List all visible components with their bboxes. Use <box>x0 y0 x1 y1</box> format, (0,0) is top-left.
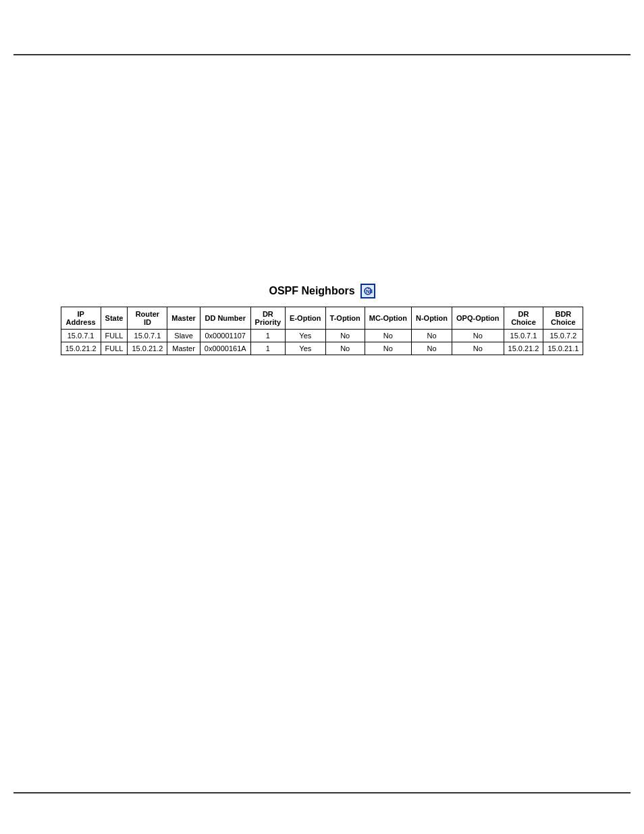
table-header-row: IPAddress State RouterID Master DD Numbe… <box>61 307 583 330</box>
cell-dr_choice: 15.0.21.2 <box>504 342 543 355</box>
ospf-neighbors-table: IPAddress State RouterID Master DD Numbe… <box>61 307 584 355</box>
cell-master: Master <box>167 342 200 355</box>
top-rule <box>14 54 630 55</box>
table-row: 15.0.7.1FULL15.0.7.1Slave0x000011071YesN… <box>61 330 583 342</box>
section-header: OSPF Neighbors NET <box>14 284 630 298</box>
cell-mc_option: No <box>365 342 411 355</box>
cell-n_option: No <box>411 342 452 355</box>
col-e-option: E-Option <box>286 307 325 330</box>
cell-dr_priority: 1 <box>250 342 286 355</box>
ospf-neighbors-table-container: IPAddress State RouterID Master DD Numbe… <box>61 307 584 355</box>
col-ip-address: IPAddress <box>61 307 101 330</box>
cell-n_option: No <box>411 330 452 342</box>
cell-state: FULL <box>101 330 128 342</box>
content-area: OSPF Neighbors NET IPAddress State Route… <box>14 68 630 780</box>
cell-ip_address: 15.0.7.1 <box>61 330 101 342</box>
col-state: State <box>101 307 128 330</box>
cell-opq_option: No <box>452 342 504 355</box>
cell-bdr_choice: 15.0.21.1 <box>543 342 583 355</box>
col-bdr-choice: BDRChoice <box>543 307 583 330</box>
table-row: 15.0.21.2FULL15.0.21.2Master0x0000161A1Y… <box>61 342 583 355</box>
cell-bdr_choice: 15.0.7.2 <box>543 330 583 342</box>
cell-t_option: No <box>325 330 365 342</box>
col-dd-number: DD Number <box>200 307 250 330</box>
col-n-option: N-Option <box>411 307 452 330</box>
cell-dd_number: 0x00001107 <box>200 330 250 342</box>
cell-master: Slave <box>167 330 200 342</box>
col-dr-choice: DRChoice <box>504 307 543 330</box>
cell-router_id: 15.0.7.1 <box>128 330 167 342</box>
col-router-id: RouterID <box>128 307 167 330</box>
col-mc-option: MC-Option <box>365 307 411 330</box>
cell-dr_priority: 1 <box>250 330 286 342</box>
col-opq-option: OPQ-Option <box>452 307 504 330</box>
cell-dr_choice: 15.0.7.1 <box>504 330 543 342</box>
refresh-icon[interactable]: NET <box>360 284 375 298</box>
col-dr-priority: DRPriority <box>250 307 286 330</box>
page-title: OSPF Neighbors <box>269 285 354 297</box>
cell-dd_number: 0x0000161A <box>200 342 250 355</box>
bottom-rule <box>14 792 630 793</box>
cell-t_option: No <box>325 342 365 355</box>
cell-mc_option: No <box>365 330 411 342</box>
cell-opq_option: No <box>452 330 504 342</box>
table-wrapper: IPAddress State RouterID Master DD Numbe… <box>14 307 630 355</box>
col-master: Master <box>167 307 200 330</box>
cell-state: FULL <box>101 342 128 355</box>
col-t-option: T-Option <box>325 307 365 330</box>
cell-e_option: Yes <box>286 330 325 342</box>
cell-ip_address: 15.0.21.2 <box>61 342 101 355</box>
cell-router_id: 15.0.21.2 <box>128 342 167 355</box>
svg-text:NET: NET <box>366 288 373 294</box>
cell-e_option: Yes <box>286 342 325 355</box>
